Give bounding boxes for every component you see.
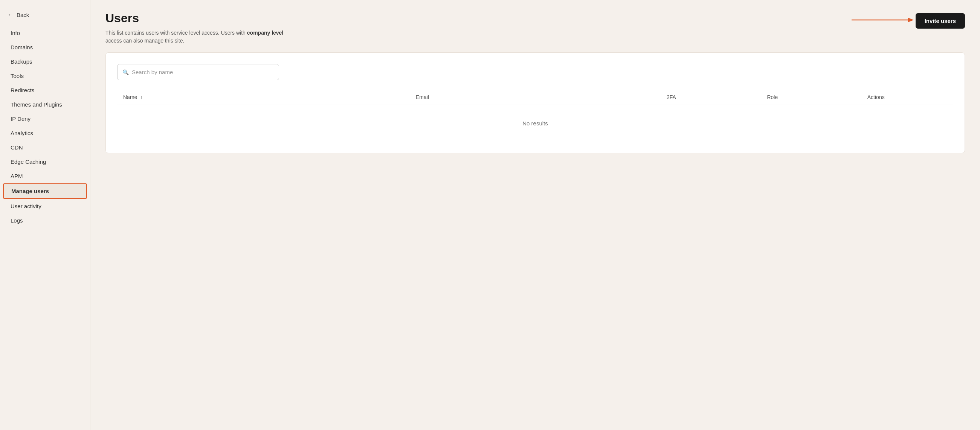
search-input-wrapper: 🔍 <box>117 64 279 80</box>
main-content: Users This list contains users with serv… <box>91 0 980 430</box>
back-arrow-icon: ← <box>8 11 14 18</box>
sidebar-item-label-info[interactable]: Info <box>3 26 87 40</box>
sidebar-item-label-cdn[interactable]: CDN <box>3 140 87 154</box>
sidebar-item-label-logs[interactable]: Logs <box>3 214 87 227</box>
sidebar-item-label-themes-plugins[interactable]: Themes and Plugins <box>3 98 87 111</box>
sidebar-item-backups[interactable]: Backups <box>0 55 90 68</box>
page-header: Users This list contains users with serv… <box>105 11 965 45</box>
sidebar-item-manage-users[interactable]: Manage users <box>0 183 90 199</box>
sidebar-item-analytics[interactable]: Analytics <box>0 126 90 140</box>
sidebar-item-cdn[interactable]: CDN <box>0 140 90 154</box>
sidebar-item-label-edge-caching[interactable]: Edge Caching <box>3 155 87 169</box>
table-body: No results <box>117 105 953 142</box>
back-button[interactable]: ← Back <box>0 8 90 25</box>
search-input[interactable] <box>117 64 279 80</box>
description-bold: company level <box>247 30 283 36</box>
search-icon: 🔍 <box>123 69 129 75</box>
sidebar-item-apm[interactable]: APM <box>0 169 90 183</box>
svg-marker-1 <box>908 18 914 22</box>
invite-area: Invite users <box>848 11 965 29</box>
sidebar-item-label-redirects[interactable]: Redirects <box>3 83 87 97</box>
sidebar-item-user-activity[interactable]: User activity <box>0 199 90 213</box>
col-2fa-label: 2FA <box>667 94 676 100</box>
sidebar-item-logs[interactable]: Logs <box>0 214 90 227</box>
page-title: Users <box>105 11 848 25</box>
back-label: Back <box>17 12 29 18</box>
search-container: 🔍 <box>117 64 953 80</box>
table-header-row: Name ↑ Email 2FA Role Acti <box>117 90 953 105</box>
sidebar-item-label-apm[interactable]: APM <box>3 169 87 183</box>
sidebar-item-label-analytics[interactable]: Analytics <box>3 126 87 140</box>
users-table: Name ↑ Email 2FA Role Acti <box>117 90 953 141</box>
col-header-2fa[interactable]: 2FA <box>660 90 761 105</box>
table-wrapper: Name ↑ Email 2FA Role Acti <box>117 90 953 141</box>
col-email-label: Email <box>416 94 429 100</box>
description-text-1: This list contains users with service le… <box>105 30 247 36</box>
invite-users-button[interactable]: Invite users <box>916 13 965 29</box>
sidebar-item-edge-caching[interactable]: Edge Caching <box>0 155 90 169</box>
sidebar-item-label-tools[interactable]: Tools <box>3 69 87 83</box>
no-results-row: No results <box>117 105 953 142</box>
sidebar-nav: Info Domains Backups Tools Redirects The… <box>0 25 90 422</box>
description-text-2: access can also manage this site. <box>105 38 184 44</box>
sidebar-item-label-user-activity[interactable]: User activity <box>3 199 87 213</box>
sidebar-item-label-domains[interactable]: Domains <box>3 40 87 54</box>
sidebar-item-ip-deny[interactable]: IP Deny <box>0 112 90 126</box>
page-title-section: Users This list contains users with serv… <box>105 11 848 45</box>
col-header-role[interactable]: Role <box>761 90 861 105</box>
sidebar-item-label-backups[interactable]: Backups <box>3 55 87 68</box>
sidebar-item-label-ip-deny[interactable]: IP Deny <box>3 112 87 126</box>
col-actions-label: Actions <box>867 94 885 100</box>
content-card: 🔍 Name ↑ Email 2FA <box>105 52 965 153</box>
sidebar: ← Back Info Domains Backups Tools Redire… <box>0 0 91 430</box>
sidebar-item-tools[interactable]: Tools <box>0 69 90 83</box>
sidebar-item-domains[interactable]: Domains <box>0 40 90 54</box>
sidebar-item-label-manage-users[interactable]: Manage users <box>3 183 87 199</box>
sidebar-item-info[interactable]: Info <box>0 26 90 40</box>
page-description: This list contains users with service le… <box>105 29 294 45</box>
col-name-label: Name <box>123 94 137 100</box>
sidebar-item-redirects[interactable]: Redirects <box>0 83 90 97</box>
sort-asc-icon: ↑ <box>140 95 142 100</box>
no-results-text: No results <box>117 105 953 142</box>
arrow-annotation-svg <box>848 14 916 25</box>
col-header-name[interactable]: Name ↑ <box>117 90 410 105</box>
table-header: Name ↑ Email 2FA Role Acti <box>117 90 953 105</box>
sidebar-item-themes-plugins[interactable]: Themes and Plugins <box>0 98 90 111</box>
col-role-label: Role <box>767 94 778 100</box>
col-header-email[interactable]: Email <box>410 90 660 105</box>
col-header-actions[interactable]: Actions <box>861 90 953 105</box>
